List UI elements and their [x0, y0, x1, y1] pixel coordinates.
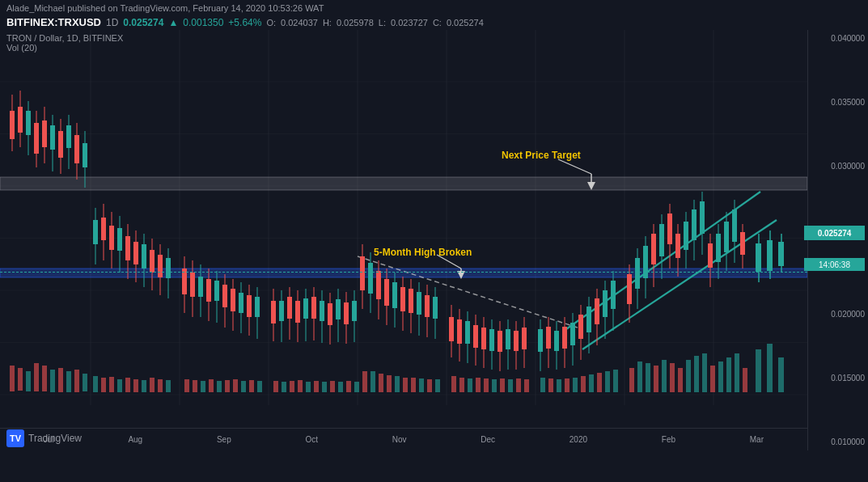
svg-rect-251 — [282, 382, 286, 392]
annotation-next-price-target: Next Price Target — [502, 150, 581, 161]
svg-rect-276 — [508, 379, 513, 392]
svg-rect-150 — [562, 327, 567, 349]
svg-rect-269 — [435, 379, 440, 392]
price-label-4: 0.020000 — [811, 310, 865, 319]
price-label-1: 0.040000 — [811, 34, 865, 43]
svg-rect-26 — [26, 111, 31, 135]
ticker-timeframe: 1D — [106, 17, 118, 28]
svg-rect-30 — [42, 120, 47, 147]
svg-rect-237 — [756, 349, 761, 392]
svg-rect-267 — [419, 378, 424, 392]
svg-rect-221 — [540, 378, 545, 392]
svg-rect-278 — [524, 379, 529, 392]
svg-rect-250 — [273, 381, 278, 392]
svg-rect-212 — [117, 379, 122, 392]
svg-rect-234 — [726, 357, 731, 392]
svg-rect-182 — [700, 201, 705, 234]
svg-rect-208 — [83, 374, 87, 391]
svg-rect-199 — [10, 366, 15, 391]
svg-rect-40 — [83, 143, 87, 167]
ticker-low-label: L: — [379, 18, 386, 27]
svg-rect-241 — [193, 380, 197, 392]
svg-rect-283 — [581, 376, 586, 392]
svg-rect-211 — [109, 377, 114, 392]
svg-rect-261 — [370, 371, 375, 392]
svg-rect-76 — [239, 293, 243, 313]
svg-rect-286 — [605, 371, 610, 392]
svg-rect-80 — [255, 297, 260, 317]
svg-rect-134 — [489, 329, 494, 351]
svg-rect-56 — [150, 250, 155, 273]
svg-rect-260 — [354, 382, 359, 392]
svg-rect-42 — [93, 220, 98, 244]
svg-rect-60 — [166, 258, 171, 278]
time-label-aug: Aug — [128, 435, 142, 444]
svg-rect-172 — [659, 224, 664, 256]
chart-container[interactable]: TRON / Dollar, 1D, BITFINEX Vol (20) — [0, 30, 868, 450]
ticker-price: 0.025274 — [123, 17, 163, 28]
svg-rect-158 — [595, 298, 599, 324]
svg-rect-164 — [627, 274, 632, 304]
svg-rect-273 — [484, 378, 489, 392]
svg-rect-174 — [667, 214, 672, 244]
svg-rect-116 — [409, 289, 413, 313]
price-label-6: 0.010000 — [811, 438, 865, 446]
time-label-oct: Oct — [305, 435, 318, 444]
price-axis: 0.040000 0.035000 0.030000 0.025274 14:0… — [807, 30, 868, 450]
svg-rect-92 — [311, 297, 316, 319]
svg-rect-262 — [379, 374, 383, 392]
svg-rect-118 — [417, 292, 421, 315]
svg-rect-194 — [756, 243, 761, 272]
svg-rect-228 — [678, 368, 683, 392]
svg-rect-264 — [395, 376, 400, 392]
svg-rect-232 — [710, 366, 715, 392]
price-label-2: 0.035000 — [811, 98, 865, 107]
svg-rect-272 — [476, 378, 481, 392]
svg-rect-98 — [336, 299, 341, 319]
svg-rect-253 — [298, 380, 303, 392]
svg-rect-218 — [166, 380, 171, 392]
svg-rect-176 — [675, 234, 680, 258]
svg-rect-138 — [506, 329, 510, 349]
svg-rect-201 — [26, 371, 31, 391]
svg-rect-74 — [231, 289, 235, 311]
svg-rect-28 — [34, 123, 39, 154]
time-label-feb: Feb — [662, 435, 675, 444]
publisher-text: Alade_Michael published on TradingView.c… — [6, 3, 324, 13]
svg-rect-114 — [400, 287, 405, 311]
svg-rect-106 — [368, 263, 373, 294]
svg-rect-144 — [538, 329, 543, 352]
svg-rect-192 — [740, 232, 745, 255]
svg-rect-205 — [58, 368, 63, 392]
svg-rect-229 — [686, 360, 691, 392]
svg-rect-247 — [241, 381, 246, 392]
svg-rect-88 — [295, 301, 300, 323]
svg-rect-146 — [546, 327, 551, 349]
svg-rect-255 — [314, 381, 319, 392]
svg-rect-284 — [589, 374, 594, 392]
svg-rect-36 — [66, 125, 71, 148]
svg-rect-259 — [346, 381, 351, 392]
time-axis: Jul Aug Sep Oct Nov Dec 2020 Feb Mar — [0, 428, 807, 450]
svg-rect-154 — [578, 315, 583, 339]
tv-icon: TV — [6, 429, 24, 447]
svg-rect-184 — [708, 243, 713, 268]
ticker-change-pct: +5.64% — [228, 17, 261, 28]
time-label-sep: Sep — [217, 435, 231, 444]
svg-rect-277 — [516, 378, 521, 392]
ticker-change-amount: 0.001350 — [183, 17, 223, 28]
svg-rect-204 — [50, 370, 55, 392]
current-price-line — [0, 272, 807, 273]
svg-rect-186 — [716, 234, 721, 262]
svg-rect-38 — [74, 135, 79, 163]
svg-rect-215 — [142, 380, 146, 392]
ticker-close: 0.025274 — [447, 18, 484, 27]
tv-text: TradingView — [28, 433, 82, 444]
ticker-close-label: C: — [433, 18, 442, 27]
svg-rect-210 — [101, 378, 106, 392]
svg-rect-202 — [34, 363, 39, 391]
svg-rect-200 — [18, 368, 23, 391]
svg-rect-168 — [643, 246, 648, 278]
svg-rect-257 — [330, 381, 335, 392]
svg-rect-271 — [468, 378, 472, 392]
